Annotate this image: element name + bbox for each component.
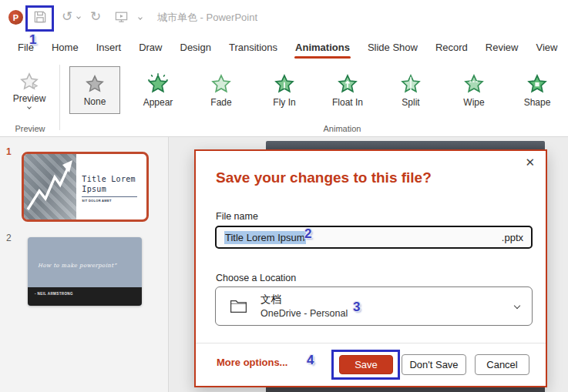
- editor-slide-bottom-edge: [266, 387, 545, 392]
- powerpoint-window: P ↺ ↻ 城市单色 - PowerPoint File: [0, 0, 568, 392]
- effect-label: Float In: [332, 97, 363, 108]
- choose-location-label: Choose a Location: [216, 273, 296, 283]
- animation-effect-shape[interactable]: Shape: [506, 65, 568, 116]
- slide-2-number: 2: [6, 233, 12, 243]
- preview-button-label: Preview: [13, 93, 46, 104]
- undo-dropdown-chevron-icon[interactable]: [76, 15, 81, 19]
- animation-group-label: Animation: [296, 124, 388, 133]
- annotation-step-1: 1: [29, 32, 36, 48]
- slide-1-subtitle: SIT DOLOR AMET: [82, 199, 142, 203]
- animation-effect-fade[interactable]: Fade: [190, 65, 253, 116]
- file-name-value: Title Lorem Ipsum: [224, 231, 306, 244]
- cancel-button[interactable]: Cancel: [475, 354, 529, 375]
- animations-ribbon: Preview Preview None Appear Fade: [0, 60, 568, 137]
- wipe-star-icon: [463, 73, 485, 95]
- fade-star-icon: [210, 73, 232, 95]
- location-text-block: 文档 OneDrive - Personal: [260, 293, 348, 319]
- window-title: 城市单色 - PowerPoint: [157, 11, 257, 25]
- slide-1-title: Title Lorem Ipsum: [82, 174, 142, 194]
- none-star-icon: [85, 74, 105, 94]
- location-name: 文档: [260, 293, 348, 307]
- annotation-step-2: 2: [304, 226, 311, 242]
- slide-1-stairs-image: [24, 154, 76, 219]
- tab-home[interactable]: Home: [51, 39, 79, 56]
- slide-thumbnail-panel[interactable]: 1 Title Lorem Ipsum SIT DOLOR AMET 2 How…: [0, 137, 169, 392]
- folder-icon: [228, 297, 249, 319]
- effect-label: Shape: [524, 97, 551, 108]
- close-icon[interactable]: ✕: [525, 156, 535, 169]
- save-icon[interactable]: [32, 9, 48, 28]
- dialog-title: Save your changes to this file?: [216, 169, 432, 186]
- animation-effect-split[interactable]: Split: [379, 65, 442, 116]
- tab-animations[interactable]: Animations: [294, 39, 351, 56]
- tab-slide-show[interactable]: Slide Show: [367, 39, 418, 56]
- location-detail: OneDrive - Personal: [260, 308, 348, 319]
- effect-label: Fade: [210, 97, 231, 108]
- effect-label: Wipe: [463, 97, 484, 108]
- undo-icon[interactable]: ↺: [62, 8, 72, 25]
- animation-effect-wipe[interactable]: Wipe: [442, 65, 506, 116]
- preview-star-icon: [19, 72, 39, 92]
- tab-design[interactable]: Design: [180, 39, 212, 56]
- location-dropdown[interactable]: 文档 OneDrive - Personal: [215, 286, 533, 326]
- dialog-footer-divider: [196, 343, 546, 343]
- preview-dropdown-chevron-icon: [27, 105, 32, 109]
- tab-insert[interactable]: Insert: [96, 39, 123, 56]
- more-options-link[interactable]: More options...: [217, 357, 287, 368]
- appear-star-icon: [147, 73, 169, 95]
- animation-effect-appear[interactable]: Appear: [126, 65, 190, 116]
- save-annotation-box: [25, 5, 54, 32]
- annotation-step-4: 4: [307, 353, 314, 368]
- slide-2-footer-band: - NEIL ARMSTRONG: [28, 287, 142, 306]
- animation-effect-none[interactable]: None: [69, 66, 120, 114]
- start-slideshow-icon[interactable]: [114, 10, 129, 28]
- dont-save-button[interactable]: Don't Save: [402, 354, 466, 375]
- slide-2-thumbnail[interactable]: How to make powerpoint” - NEIL ARMSTRONG: [28, 237, 142, 306]
- effect-label: Appear: [143, 97, 173, 108]
- split-star-icon: [400, 73, 422, 95]
- slide-1-number: 1: [6, 146, 12, 157]
- slide-2-attribution: - NEIL ARMSTRONG: [35, 292, 73, 296]
- location-chevron-down-icon: [514, 303, 520, 309]
- slide-1-thumbnail[interactable]: Title Lorem Ipsum SIT DOLOR AMET: [22, 152, 149, 222]
- effect-label: Split: [402, 97, 419, 108]
- powerpoint-logo-icon: P: [8, 10, 23, 25]
- effect-label: Fly In: [273, 97, 295, 108]
- preview-group-label: Preview: [0, 124, 60, 133]
- animation-gallery: None Appear Fade Fly In: [63, 65, 568, 116]
- animation-effect-fly-in[interactable]: Fly In: [253, 65, 316, 116]
- tab-record[interactable]: Record: [435, 39, 469, 56]
- file-name-label: File name: [216, 211, 258, 222]
- ribbon-group-divider: [59, 65, 60, 130]
- preview-button[interactable]: Preview: [5, 65, 54, 116]
- tab-draw[interactable]: Draw: [138, 39, 163, 56]
- tab-view[interactable]: View: [535, 39, 558, 56]
- slide-1-title-rule: [82, 196, 136, 197]
- animation-effect-float-in[interactable]: Float In: [316, 65, 379, 116]
- title-bar: P ↺ ↻ 城市单色 - PowerPoint: [0, 0, 568, 34]
- save-changes-dialog: ✕ Save your changes to this file? File n…: [194, 149, 547, 387]
- tab-transitions[interactable]: Transitions: [228, 39, 278, 56]
- file-name-input[interactable]: Title Lorem Ipsum .pptx: [215, 226, 533, 249]
- slide-2-quote: How to make powerpoint”: [38, 263, 116, 269]
- ribbon-tab-row: File Home Insert Draw Design Transitions…: [0, 34, 568, 60]
- quick-access-overflow-chevron-icon[interactable]: [138, 15, 143, 20]
- float-in-star-icon: [337, 73, 358, 95]
- tab-review[interactable]: Review: [485, 39, 519, 56]
- slide-1-text-block: Title Lorem Ipsum SIT DOLOR AMET: [76, 154, 146, 219]
- save-button[interactable]: Save: [339, 355, 393, 374]
- effect-label: None: [84, 96, 106, 107]
- annotation-step-3: 3: [353, 300, 360, 315]
- fly-in-star-icon: [274, 73, 295, 95]
- shape-star-icon: [526, 73, 548, 95]
- file-extension: .pptx: [502, 232, 523, 243]
- redo-icon[interactable]: ↻: [90, 8, 101, 25]
